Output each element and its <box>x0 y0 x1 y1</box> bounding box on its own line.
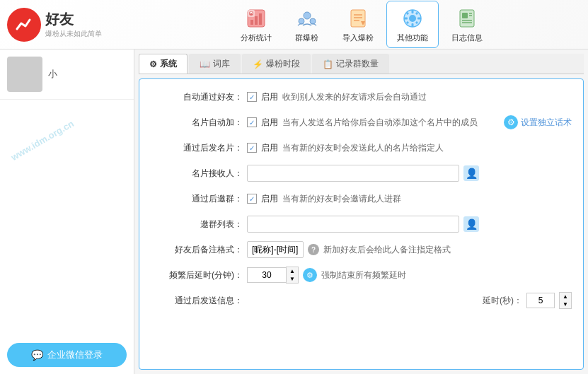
delay-group: 延时(秒)： ▲ ▼ <box>483 292 572 309</box>
sidebar: 小 www.idm.org.cn 💬 企业微信登录 <box>0 49 134 374</box>
nav-bar: 分析统计 群爆粉 <box>142 1 581 48</box>
record-icon: 📋 <box>323 59 333 69</box>
freq-delay-row: 频繁后延时(分钟)： ▲ ▼ ⚙ 强制结束所有频繁延时 <box>151 264 572 286</box>
remark-format-label: 好友后备注格式： <box>151 244 243 256</box>
force-end-label: 强制结束所有频繁延时 <box>321 269 406 281</box>
svg-point-15 <box>409 15 416 22</box>
nav-item-group-blast[interactable]: 群爆粉 <box>284 1 330 47</box>
tab-blast-period-label: 爆粉时段 <box>266 58 300 70</box>
book-icon: 📖 <box>200 59 210 69</box>
remark-format-content: ? 新加好友后会给此人备注指定格式 <box>247 241 572 258</box>
auto-pass-content: 启用 收到别人发来的好友请求后会自动通过 <box>247 91 572 103</box>
freq-delay-gear-icon[interactable]: ⚙ <box>303 268 317 282</box>
invite-list-label: 邀群列表： <box>151 218 243 230</box>
auto-pass-checkbox[interactable] <box>247 92 257 102</box>
logo-area: 好友 爆粉从未如此简单 <box>7 8 142 42</box>
lightning-icon: ⚡ <box>253 59 263 69</box>
set-talk-button[interactable]: 设置独立话术 <box>521 117 572 129</box>
tab-wordlib-label: 词库 <box>213 58 230 70</box>
auto-pass-label: 自动通过好友： <box>151 91 243 103</box>
title-bar: 好友 爆粉从未如此简单 分析统计 <box>0 0 588 49</box>
card-receiver-label: 名片接收人： <box>151 168 243 180</box>
card-receiver-row: 名片接收人： 👤 <box>151 163 572 184</box>
tab-bar: ⚙ 系统 📖 词库 ⚡ 爆粉时段 📋 记录群数量 <box>139 54 584 74</box>
auto-card-checkbox[interactable] <box>247 117 257 127</box>
nav-item-log-info[interactable]: 日志信息 <box>442 1 492 47</box>
nav-log-info-label: 日志信息 <box>451 33 483 43</box>
auto-card-desc: 当有人发送名片给你后会自动添加这个名片中的成员 <box>282 117 478 129</box>
svg-rect-17 <box>411 23 413 27</box>
log-info-icon <box>454 6 480 31</box>
help-icon: ? <box>308 244 319 255</box>
analytics-icon <box>243 6 269 31</box>
freq-delay-content: ▲ ▼ ⚙ 强制结束所有频繁延时 <box>247 267 572 284</box>
pass-send-card-checkbox[interactable] <box>247 143 257 153</box>
svg-rect-18 <box>404 18 408 20</box>
sidebar-avatar-area: 小 <box>0 49 134 100</box>
gear-small-icon: ⚙ <box>149 59 157 69</box>
auto-card-row: 名片自动加： 启用 当有人发送名片给你后会自动添加这个名片中的成员 ⚙ 设置独立… <box>151 112 572 133</box>
auto-card-label: 名片自动加： <box>151 117 243 129</box>
main-layout: 小 www.idm.org.cn 💬 企业微信登录 ⚙ 系统 📖 词库 ⚡ 爆粉… <box>0 49 588 374</box>
invite-list-row: 邀群列表： 👤 <box>151 214 572 235</box>
tab-record-count-label: 记录群数量 <box>336 58 379 70</box>
login-button[interactable]: 💬 企业微信登录 <box>7 343 127 367</box>
tab-blast-period[interactable]: ⚡ 爆粉时段 <box>242 54 311 74</box>
nav-item-analytics[interactable]: 分析统计 <box>231 1 282 47</box>
svg-rect-1 <box>250 20 253 25</box>
invite-group-label: 通过后邀群： <box>151 193 243 205</box>
remark-format-row: 好友后备注格式： ? 新加好友后会给此人备注指定格式 <box>151 239 572 260</box>
avatar <box>7 57 42 92</box>
tab-system[interactable]: ⚙ 系统 <box>139 54 188 74</box>
invite-group-desc: 当有新的好友时会邀请此人进群 <box>282 193 401 205</box>
freq-delay-up[interactable]: ▲ <box>287 267 298 275</box>
delay-spinner: ▲ ▼ <box>559 292 572 309</box>
auto-card-content: 启用 当有人发送名片给你后会自动添加这个名片中的成员 ⚙ 设置独立话术 <box>247 115 572 129</box>
sidebar-watermark: www.idm.org.cn <box>9 118 76 163</box>
person-select-icon-2[interactable]: 👤 <box>463 216 479 232</box>
svg-rect-3 <box>259 13 262 25</box>
pass-send-info-content: 延时(秒)： ▲ ▼ <box>247 292 572 309</box>
freq-delay-label: 频繁后延时(分钟)： <box>151 269 243 281</box>
svg-rect-25 <box>462 13 468 18</box>
content-panel: ⚙ 系统 📖 词库 ⚡ 爆粉时段 📋 记录群数量 自动通过好友： <box>134 49 588 374</box>
login-btn-label: 企业微信登录 <box>47 349 103 361</box>
nav-item-other-func[interactable]: 其他功能 <box>386 1 439 48</box>
delay-up[interactable]: ▲ <box>560 293 571 300</box>
tab-system-label: 系统 <box>160 58 177 70</box>
remark-format-input[interactable] <box>247 241 304 258</box>
logo-icon <box>7 8 41 42</box>
nav-analytics-label: 分析统计 <box>241 33 272 43</box>
invite-list-content: 👤 <box>247 216 572 233</box>
delay-label: 延时(秒)： <box>483 295 522 307</box>
nav-other-func-label: 其他功能 <box>397 33 428 43</box>
auto-pass-enable-text: 启用 <box>261 91 278 103</box>
svg-rect-2 <box>255 16 258 25</box>
card-receiver-input[interactable] <box>247 165 459 182</box>
tab-wordlib[interactable]: 📖 词库 <box>189 54 241 74</box>
person-select-icon-1[interactable]: 👤 <box>463 165 479 181</box>
svg-point-6 <box>304 12 311 19</box>
remark-format-desc: 新加好友后会给此人备注指定格式 <box>323 244 451 256</box>
sidebar-username: 小 <box>48 68 57 81</box>
chat-icon: 💬 <box>31 349 43 361</box>
logo-text: 好友 爆粉从未如此简单 <box>45 10 102 39</box>
freq-delay-input[interactable] <box>247 267 286 283</box>
svg-rect-16 <box>411 10 413 13</box>
nav-item-import-blast[interactable]: 导入爆粉 <box>333 1 384 47</box>
delay-down[interactable]: ▼ <box>560 300 571 308</box>
nav-group-blast-label: 群爆粉 <box>295 33 318 43</box>
app-subtitle: 爆粉从未如此简单 <box>45 29 102 39</box>
svg-point-8 <box>310 18 316 24</box>
invite-group-checkbox[interactable] <box>247 194 257 204</box>
invite-list-input[interactable] <box>247 216 459 233</box>
freq-delay-down[interactable]: ▼ <box>287 275 298 283</box>
app-title: 好友 <box>45 10 102 29</box>
nav-import-blast-label: 导入爆粉 <box>342 33 374 43</box>
auto-pass-row: 自动通过好友： 启用 收到别人发来的好友请求后会自动通过 <box>151 86 572 107</box>
delay-input[interactable] <box>526 293 555 308</box>
freq-delay-input-group: ▲ ▼ <box>247 267 299 284</box>
pass-send-card-enable-text: 启用 <box>261 142 278 154</box>
other-func-icon <box>400 6 425 31</box>
tab-record-count[interactable]: 📋 记录群数量 <box>312 54 389 74</box>
